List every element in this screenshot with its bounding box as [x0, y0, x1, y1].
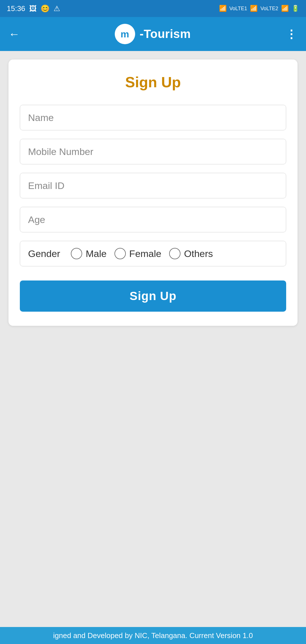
status-bar-right: 📶 VoLTE1 📶 VoLTE2 📶 🔋: [219, 5, 299, 12]
gender-male-option[interactable]: Male: [71, 248, 107, 259]
signal2-text: VoLTE2: [260, 6, 278, 12]
status-bar: 15:36 🖼 😊 ⚠ 📶 VoLTE1 📶 VoLTE2 📶 🔋: [0, 0, 306, 17]
app-logo: m: [115, 24, 135, 44]
battery-icon: 🔋: [292, 5, 299, 12]
gender-female-radio[interactable]: [114, 248, 126, 259]
gender-label: Gender: [28, 248, 60, 259]
menu-button[interactable]: ⋮: [286, 27, 298, 41]
signal1-icon: 📶: [250, 5, 258, 12]
gender-male-radio[interactable]: [71, 248, 82, 259]
app-title-text: -Tourism: [140, 27, 191, 41]
gender-female-option[interactable]: Female: [114, 248, 161, 259]
warning-icon: ⚠: [54, 4, 60, 13]
back-button[interactable]: ←: [8, 28, 20, 41]
wifi-icon: 📶: [219, 5, 227, 12]
app-bar: ← m -Tourism ⋮: [0, 17, 306, 51]
age-field-group: [20, 207, 286, 232]
gender-others-option[interactable]: Others: [169, 248, 213, 259]
gender-others-radio[interactable]: [169, 248, 180, 259]
gender-field-group: Gender Male Female Others: [20, 241, 286, 266]
name-input[interactable]: [20, 105, 286, 130]
signal2-icon: 📶: [281, 5, 289, 12]
gender-row: Gender Male Female Others: [20, 241, 286, 266]
footer: igned and Developed by NIC, Telangana. C…: [0, 627, 306, 644]
signal1-text: VoLTE1: [230, 6, 247, 12]
mobile-input[interactable]: [20, 139, 286, 164]
footer-text: igned and Developed by NIC, Telangana. C…: [53, 631, 253, 640]
gender-female-label: Female: [129, 248, 161, 259]
gender-male-label: Male: [86, 248, 107, 259]
age-input[interactable]: [20, 207, 286, 232]
signup-card: Sign Up Gender Male: [8, 59, 298, 326]
gender-others-label: Others: [184, 248, 213, 259]
face-icon: 😊: [41, 4, 50, 13]
photo-icon: 🖼: [29, 4, 37, 13]
name-field-group: [20, 105, 286, 130]
app-title-container: m -Tourism: [115, 24, 191, 44]
page-title: Sign Up: [20, 74, 286, 91]
status-bar-left: 15:36 🖼 😊 ⚠: [7, 4, 60, 13]
email-field-group: [20, 173, 286, 198]
main-content: Sign Up Gender Male: [0, 51, 306, 644]
signup-button[interactable]: Sign Up: [20, 280, 286, 312]
status-time: 15:36: [7, 4, 25, 13]
mobile-field-group: [20, 139, 286, 164]
email-input[interactable]: [20, 173, 286, 198]
